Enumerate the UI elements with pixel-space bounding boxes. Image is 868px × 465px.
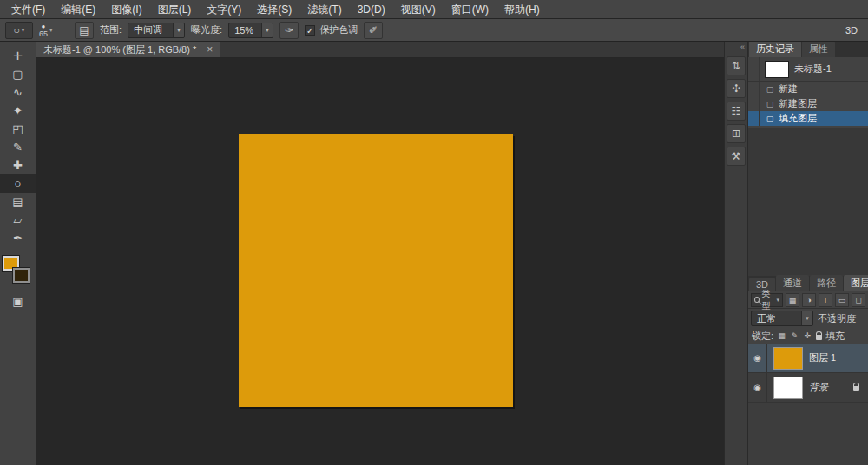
menu-edit[interactable]: 编辑(E)	[53, 0, 103, 19]
layer-name[interactable]: 图层 1	[809, 351, 836, 364]
tab-layers[interactable]: 图层	[844, 275, 868, 291]
history-source-cell[interactable]	[748, 57, 760, 81]
tool-preset-picker[interactable]: ○ ▾	[5, 22, 33, 39]
tool-magic-wand[interactable]: ✦	[0, 102, 36, 120]
checkbox-box: ✓	[305, 25, 315, 36]
document-tab-bar: 未标题-1 @ 100% (图层 1, RGB/8) * ×	[36, 42, 724, 58]
document-title: 未标题-1 @ 100% (图层 1, RGB/8) *	[43, 43, 196, 56]
layer-row-background[interactable]: ◉ 背景	[748, 373, 868, 403]
lock-pixels-icon[interactable]: ✎	[790, 331, 799, 340]
pressure-toggle[interactable]: ✐	[364, 22, 383, 39]
menu-type[interactable]: 文字(Y)	[199, 0, 249, 19]
history-step-new-layer[interactable]: ▢ 新建图层	[748, 96, 868, 111]
menu-layer[interactable]: 图层(L)	[150, 0, 200, 19]
blend-mode-select[interactable]: 正常 ▾	[751, 311, 813, 326]
protect-tones-label: 保护色调	[319, 23, 358, 36]
tool-presets-panel-icon[interactable]: ⚒	[727, 147, 746, 166]
tool-crop[interactable]: ◰	[0, 120, 36, 138]
range-select[interactable]: 中间调 ▾	[128, 23, 185, 38]
menu-3d[interactable]: 3D(D)	[350, 0, 393, 19]
background-color-swatch[interactable]	[13, 268, 30, 283]
chevron-down-icon: ▾	[261, 23, 273, 37]
history-step-fill-layer[interactable]: ▢ 填充图层	[748, 111, 868, 126]
adjustments-panel-icon[interactable]: ⇅	[727, 56, 746, 75]
crop-icon: ◰	[12, 122, 23, 135]
menu-view[interactable]: 视图(V)	[393, 0, 444, 19]
tool-lasso[interactable]: ∿	[0, 83, 36, 102]
clone-source-panel-icon[interactable]: ⊞	[727, 124, 746, 143]
menu-window[interactable]: 窗口(W)	[444, 0, 496, 19]
filter-adjustment-button[interactable]: ◑	[802, 293, 816, 307]
snapshot-thumbnail	[765, 61, 789, 78]
layer-thumbnail[interactable]	[773, 347, 803, 370]
expand-panels-icon[interactable]: «	[725, 42, 747, 53]
visibility-toggle[interactable]: ◉	[748, 344, 767, 372]
lock-transparency-icon[interactable]: ▦	[777, 331, 786, 340]
tool-dodge[interactable]: ○	[0, 174, 36, 193]
brush-size-picker[interactable]: ● 65 ▾	[39, 21, 69, 40]
exposure-select[interactable]: 15% ▾	[228, 23, 273, 38]
tool-bar: ✛ ▢ ∿ ✦ ◰ ✎ ✚ ○ ▤ ▱ ✒ ▣	[0, 42, 36, 465]
workspace-3d-button[interactable]: 3D	[845, 25, 863, 36]
layers-list: ◉ 图层 1 ◉ 背景	[748, 344, 868, 465]
menu-select[interactable]: 选择(S)	[249, 0, 299, 19]
tab-paths[interactable]: 路径	[810, 275, 843, 291]
menu-file[interactable]: 文件(F)	[3, 0, 53, 19]
tool-pen[interactable]: ✒	[0, 229, 36, 247]
dodge-tool-icon: ○	[14, 24, 20, 36]
tool-clone-stamp[interactable]: ▤	[0, 193, 36, 211]
quick-mask-icon: ▣	[12, 295, 23, 308]
styles-panel-icon[interactable]: ✣	[727, 79, 746, 98]
protect-tones-checkbox[interactable]: ✓ 保护色调	[305, 23, 358, 36]
check-icon: ✓	[306, 26, 313, 36]
layer-thumbnail[interactable]	[773, 377, 803, 399]
lock-label: 锁定:	[752, 330, 773, 343]
lasso-icon: ∿	[13, 86, 23, 99]
history-step-new[interactable]: ▢ 新建	[748, 82, 868, 96]
tool-move[interactable]: ✛	[0, 47, 36, 65]
background-lock-icon	[853, 386, 859, 391]
tool-eraser[interactable]: ▱	[0, 211, 36, 229]
filter-smart-object-button[interactable]: ◻	[852, 293, 865, 307]
fill-label: 填充	[825, 330, 845, 343]
tool-rect-marquee[interactable]: ▢	[0, 65, 36, 83]
filter-type-button[interactable]: T	[819, 293, 832, 307]
panel-column: 历史记录 属性 未标题-1 ▢ 新建 ▢ 新建图层 ▢	[748, 42, 868, 465]
lock-position-icon[interactable]: ✛	[803, 331, 812, 340]
search-icon	[754, 297, 760, 303]
orange-square	[239, 134, 513, 407]
close-tab-icon[interactable]: ×	[207, 43, 213, 56]
tab-history[interactable]: 历史记录	[749, 42, 801, 57]
opacity-label: 不透明度	[818, 312, 856, 325]
history-snapshot-row[interactable]: 未标题-1	[748, 57, 868, 82]
move-icon: ✛	[13, 49, 23, 62]
document-tab[interactable]: 未标题-1 @ 100% (图层 1, RGB/8) * ×	[36, 42, 220, 57]
tool-eyedropper[interactable]: ✎	[0, 138, 36, 156]
menu-image[interactable]: 图像(I)	[103, 0, 149, 19]
tab-channels[interactable]: 通道	[776, 275, 809, 291]
brush-panel-icon: ▤	[79, 24, 89, 36]
layers-filter-row: 类型 ▾ ▦ ◑ T ▭ ◻	[748, 291, 868, 309]
menu-bar: 文件(F) 编辑(E) 图像(I) 图层(L) 文字(Y) 选择(S) 滤镜(T…	[0, 0, 868, 19]
tab-properties[interactable]: 属性	[802, 42, 835, 57]
options-bar: ○ ▾ ● 65 ▾ ▤ 范围: 中间调 ▾ 曝光度: 15% ▾ ✑ ✓	[0, 19, 868, 42]
menu-help[interactable]: 帮助(H)	[496, 0, 548, 19]
filter-kind-select[interactable]: 类型 ▾	[751, 293, 783, 307]
brush-panel-toggle[interactable]: ▤	[75, 22, 94, 39]
lock-all-icon[interactable]	[816, 335, 822, 340]
visibility-toggle[interactable]: ◉	[748, 373, 767, 402]
chevron-down-icon: ▾	[801, 311, 812, 325]
marquee-icon: ▢	[12, 68, 23, 81]
filter-pixel-button[interactable]: ▦	[786, 293, 799, 307]
airbrush-toggle[interactable]: ✑	[279, 22, 299, 39]
quick-mask-button[interactable]: ▣	[0, 292, 36, 311]
layer-name[interactable]: 背景	[809, 381, 828, 394]
info-panel-icon[interactable]: ☷	[727, 102, 746, 121]
canvas-area[interactable]	[36, 58, 724, 465]
filter-shape-button[interactable]: ▭	[835, 293, 849, 307]
layer-row-layer1[interactable]: ◉ 图层 1	[748, 344, 868, 373]
menu-filter[interactable]: 滤镜(T)	[299, 0, 349, 19]
tool-healing-brush[interactable]: ✚	[0, 156, 36, 174]
magic-wand-icon: ✦	[13, 104, 23, 117]
dodge-icon: ○	[15, 177, 22, 190]
